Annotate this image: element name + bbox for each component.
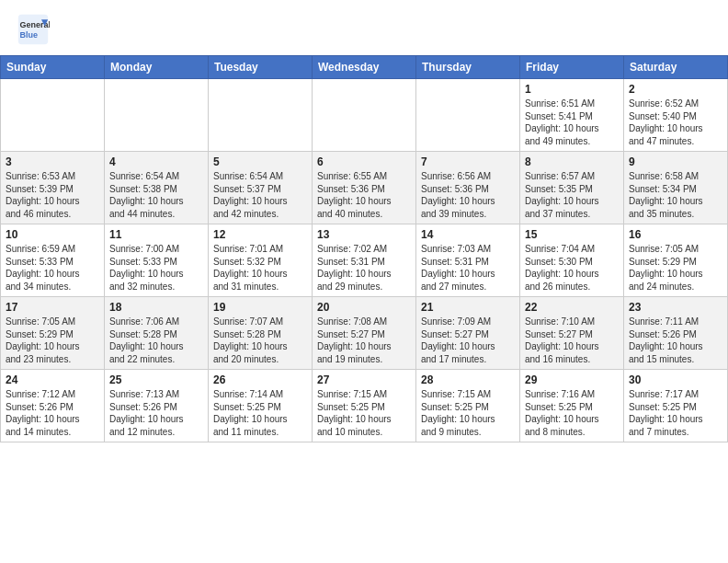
day-number: 28 — [421, 373, 515, 386]
day-cell: 19Sunrise: 7:07 AM Sunset: 5:28 PM Dayli… — [209, 297, 313, 370]
day-number: 18 — [109, 301, 203, 314]
day-cell: 11Sunrise: 7:00 AM Sunset: 5:33 PM Dayli… — [105, 224, 209, 297]
day-info: Sunrise: 7:14 AM Sunset: 5:25 PM Dayligh… — [213, 388, 307, 438]
day-cell: 16Sunrise: 7:05 AM Sunset: 5:29 PM Dayli… — [624, 224, 728, 297]
day-number: 9 — [629, 155, 722, 168]
page: General Blue SundayMondayTuesdayWednesda… — [0, 0, 728, 563]
day-number: 2 — [629, 83, 722, 96]
day-cell: 27Sunrise: 7:15 AM Sunset: 5:25 PM Dayli… — [313, 370, 416, 442]
day-info: Sunrise: 7:09 AM Sunset: 5:27 PM Dayligh… — [421, 316, 515, 365]
day-cell: 28Sunrise: 7:15 AM Sunset: 5:25 PM Dayli… — [416, 370, 520, 442]
day-info: Sunrise: 6:58 AM Sunset: 5:34 PM Dayligh… — [629, 170, 722, 220]
day-cell: 26Sunrise: 7:14 AM Sunset: 5:25 PM Dayli… — [209, 370, 313, 442]
weekday-header-sunday: Sunday — [1, 56, 105, 79]
day-cell: 18Sunrise: 7:06 AM Sunset: 5:28 PM Dayli… — [105, 297, 209, 370]
weekday-header-thursday: Thursday — [416, 56, 520, 79]
svg-text:Blue: Blue — [20, 30, 39, 40]
day-cell: 13Sunrise: 7:02 AM Sunset: 5:31 PM Dayli… — [313, 224, 416, 297]
day-number: 22 — [525, 301, 619, 314]
weekday-header-tuesday: Tuesday — [209, 56, 313, 79]
day-info: Sunrise: 6:55 AM Sunset: 5:36 PM Dayligh… — [317, 170, 411, 220]
day-number: 10 — [6, 228, 99, 241]
day-number: 29 — [525, 373, 619, 386]
day-info: Sunrise: 7:05 AM Sunset: 5:29 PM Dayligh… — [6, 316, 99, 365]
day-number: 8 — [525, 155, 619, 168]
day-cell: 24Sunrise: 7:12 AM Sunset: 5:26 PM Dayli… — [1, 370, 105, 442]
day-number: 26 — [213, 373, 307, 386]
day-cell — [313, 79, 416, 152]
day-number: 17 — [6, 301, 99, 314]
day-cell: 22Sunrise: 7:10 AM Sunset: 5:27 PM Dayli… — [520, 297, 624, 370]
day-info: Sunrise: 6:56 AM Sunset: 5:36 PM Dayligh… — [421, 170, 515, 220]
day-number: 30 — [629, 373, 722, 386]
day-number: 25 — [109, 373, 203, 386]
day-info: Sunrise: 7:03 AM Sunset: 5:31 PM Dayligh… — [421, 243, 515, 293]
logo-icon: General Blue — [17, 13, 50, 46]
day-info: Sunrise: 7:15 AM Sunset: 5:25 PM Dayligh… — [317, 388, 411, 438]
day-cell: 1Sunrise: 6:51 AM Sunset: 5:41 PM Daylig… — [520, 79, 624, 152]
day-info: Sunrise: 7:07 AM Sunset: 5:28 PM Dayligh… — [213, 316, 307, 365]
day-info: Sunrise: 7:04 AM Sunset: 5:30 PM Dayligh… — [525, 243, 619, 293]
day-info: Sunrise: 7:08 AM Sunset: 5:27 PM Dayligh… — [317, 316, 411, 365]
day-info: Sunrise: 7:13 AM Sunset: 5:26 PM Dayligh… — [109, 388, 203, 438]
day-cell — [209, 79, 313, 152]
day-cell: 21Sunrise: 7:09 AM Sunset: 5:27 PM Dayli… — [416, 297, 520, 370]
day-cell: 29Sunrise: 7:16 AM Sunset: 5:25 PM Dayli… — [520, 370, 624, 442]
day-info: Sunrise: 7:10 AM Sunset: 5:27 PM Dayligh… — [525, 316, 619, 365]
day-cell: 5Sunrise: 6:54 AM Sunset: 5:37 PM Daylig… — [209, 152, 313, 224]
day-number: 13 — [317, 228, 411, 241]
day-info: Sunrise: 7:17 AM Sunset: 5:25 PM Dayligh… — [629, 388, 722, 438]
day-cell: 25Sunrise: 7:13 AM Sunset: 5:26 PM Dayli… — [105, 370, 209, 442]
day-number: 3 — [6, 155, 99, 168]
day-info: Sunrise: 6:54 AM Sunset: 5:38 PM Dayligh… — [109, 170, 203, 220]
day-info: Sunrise: 6:52 AM Sunset: 5:40 PM Dayligh… — [629, 98, 722, 147]
day-info: Sunrise: 7:11 AM Sunset: 5:26 PM Dayligh… — [629, 316, 722, 365]
day-number: 4 — [109, 155, 203, 168]
header: General Blue — [0, 0, 728, 52]
day-info: Sunrise: 6:57 AM Sunset: 5:35 PM Dayligh… — [525, 170, 619, 220]
day-number: 7 — [421, 155, 515, 168]
week-row-5: 24Sunrise: 7:12 AM Sunset: 5:26 PM Dayli… — [1, 370, 728, 442]
weekday-header-row: SundayMondayTuesdayWednesdayThursdayFrid… — [1, 56, 728, 79]
week-row-2: 3Sunrise: 6:53 AM Sunset: 5:39 PM Daylig… — [1, 152, 728, 224]
day-info: Sunrise: 7:05 AM Sunset: 5:29 PM Dayligh… — [629, 243, 722, 293]
day-number: 16 — [629, 228, 722, 241]
day-number: 11 — [109, 228, 203, 241]
day-cell: 9Sunrise: 6:58 AM Sunset: 5:34 PM Daylig… — [624, 152, 728, 224]
day-number: 12 — [213, 228, 307, 241]
day-number: 19 — [213, 301, 307, 314]
day-info: Sunrise: 7:00 AM Sunset: 5:33 PM Dayligh… — [109, 243, 203, 293]
day-cell: 2Sunrise: 6:52 AM Sunset: 5:40 PM Daylig… — [624, 79, 728, 152]
day-info: Sunrise: 6:53 AM Sunset: 5:39 PM Dayligh… — [6, 170, 99, 220]
day-number: 1 — [525, 83, 619, 96]
day-info: Sunrise: 7:12 AM Sunset: 5:26 PM Dayligh… — [6, 388, 99, 438]
day-cell: 10Sunrise: 6:59 AM Sunset: 5:33 PM Dayli… — [1, 224, 105, 297]
day-number: 20 — [317, 301, 411, 314]
day-cell — [416, 79, 520, 152]
weekday-header-wednesday: Wednesday — [313, 56, 416, 79]
day-cell: 20Sunrise: 7:08 AM Sunset: 5:27 PM Dayli… — [313, 297, 416, 370]
day-cell: 14Sunrise: 7:03 AM Sunset: 5:31 PM Dayli… — [416, 224, 520, 297]
weekday-header-friday: Friday — [520, 56, 624, 79]
day-number: 15 — [525, 228, 619, 241]
day-number: 21 — [421, 301, 515, 314]
day-cell: 4Sunrise: 6:54 AM Sunset: 5:38 PM Daylig… — [105, 152, 209, 224]
day-number: 27 — [317, 373, 411, 386]
day-number: 23 — [629, 301, 722, 314]
weekday-header-monday: Monday — [105, 56, 209, 79]
day-cell: 17Sunrise: 7:05 AM Sunset: 5:29 PM Dayli… — [1, 297, 105, 370]
day-cell: 6Sunrise: 6:55 AM Sunset: 5:36 PM Daylig… — [313, 152, 416, 224]
week-row-4: 17Sunrise: 7:05 AM Sunset: 5:29 PM Dayli… — [1, 297, 728, 370]
week-row-3: 10Sunrise: 6:59 AM Sunset: 5:33 PM Dayli… — [1, 224, 728, 297]
weekday-header-saturday: Saturday — [624, 56, 728, 79]
day-cell: 23Sunrise: 7:11 AM Sunset: 5:26 PM Dayli… — [624, 297, 728, 370]
day-info: Sunrise: 7:02 AM Sunset: 5:31 PM Dayligh… — [317, 243, 411, 293]
day-info: Sunrise: 7:15 AM Sunset: 5:25 PM Dayligh… — [421, 388, 515, 438]
day-cell: 12Sunrise: 7:01 AM Sunset: 5:32 PM Dayli… — [209, 224, 313, 297]
day-cell: 3Sunrise: 6:53 AM Sunset: 5:39 PM Daylig… — [1, 152, 105, 224]
calendar: SundayMondayTuesdayWednesdayThursdayFrid… — [0, 55, 728, 442]
day-info: Sunrise: 6:51 AM Sunset: 5:41 PM Dayligh… — [525, 98, 619, 147]
day-info: Sunrise: 6:59 AM Sunset: 5:33 PM Dayligh… — [6, 243, 99, 293]
day-info: Sunrise: 7:16 AM Sunset: 5:25 PM Dayligh… — [525, 388, 619, 438]
day-info: Sunrise: 7:06 AM Sunset: 5:28 PM Dayligh… — [109, 316, 203, 365]
